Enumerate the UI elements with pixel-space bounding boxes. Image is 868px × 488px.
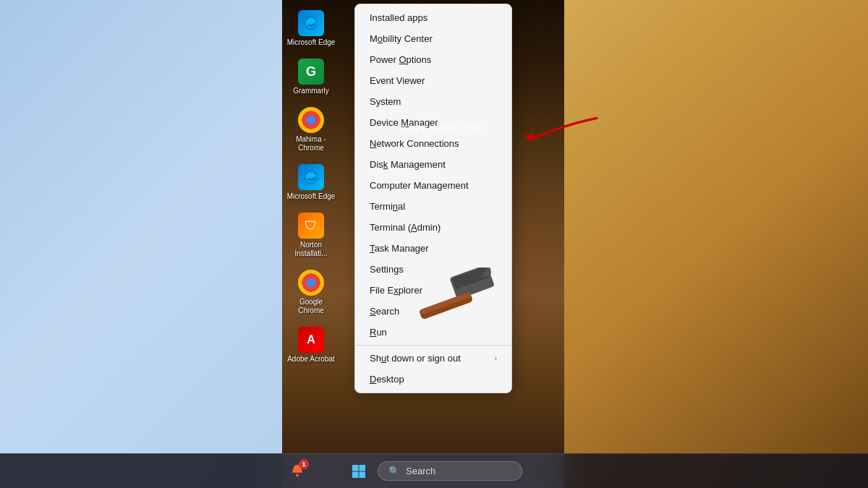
svg-rect-8 (352, 471, 359, 478)
taskbar-search-bar[interactable]: 🔍 Search (378, 461, 522, 481)
menu-item-disk-management[interactable]: Disk Management (355, 154, 511, 175)
desktop-icon-edge2[interactable]: Microsoft Edge (282, 161, 340, 204)
shutdown-chevron-icon: › (495, 354, 497, 362)
desktop-bg-left (0, 0, 282, 488)
menu-item-desktop[interactable]: Desktop (355, 369, 511, 390)
svg-rect-9 (359, 471, 366, 478)
windows-logo-icon (352, 464, 366, 479)
edge-icon-2 (298, 164, 324, 190)
edge-icon-1 (298, 10, 324, 36)
menu-item-system[interactable]: System (355, 91, 511, 112)
edge-icon-2-label: Microsoft Edge (287, 192, 336, 201)
acrobat-icon: A (298, 327, 324, 353)
mahima-chrome-icon (298, 107, 324, 133)
taskbar-search-icon: 🔍 (388, 466, 400, 476)
desktop-icon-norton[interactable]: 🛡 Norton Installati... (282, 210, 340, 261)
grammarly-icon-label: Grammarly (293, 87, 328, 95)
desktop-bg-right (564, 0, 868, 488)
menu-item-search[interactable]: Search (355, 301, 511, 322)
menu-item-shutdown[interactable]: Shut down or sign out › (355, 348, 511, 369)
taskbar-search-label: Search (406, 466, 435, 476)
context-menu: Installed apps Mobility Center Power Opt… (354, 4, 512, 393)
mahima-chrome-label: Mahima - Chrome (286, 135, 336, 153)
desktop-icon-grammarly[interactable]: G Grammarly (282, 56, 340, 98)
desktop-icon-mahima[interactable]: Mahima - Chrome (282, 104, 340, 155)
watermark: KAPILARYA.COM (401, 124, 483, 134)
desktop-icon-chrome[interactable]: Google Chrome (282, 267, 340, 318)
menu-item-terminal[interactable]: Terminal (355, 196, 511, 217)
acrobat-icon-label: Adobe Acrobat (287, 355, 335, 364)
notification-icon[interactable]: 1 (286, 459, 309, 482)
menu-item-terminal-admin[interactable]: Terminal (Admin) (355, 217, 511, 238)
menu-item-settings[interactable]: Settings (355, 259, 511, 280)
desktop-icons-area: Microsoft Edge G Grammarly Mahima - Chro… (282, 7, 340, 367)
menu-item-mobility-center[interactable]: Mobility Center (355, 28, 511, 49)
menu-item-file-explorer[interactable]: File Explorer (355, 280, 511, 301)
notification-badge: 1 (299, 459, 309, 469)
desktop-icon-acrobat[interactable]: A Adobe Acrobat (282, 324, 340, 367)
menu-item-task-manager[interactable]: Task Manager (355, 238, 511, 259)
chrome-icon (298, 270, 324, 296)
chrome-icon-label: Google Chrome (286, 298, 336, 315)
norton-icon: 🛡 (298, 213, 324, 239)
menu-item-network-connections[interactable]: Network Connections (355, 133, 511, 154)
svg-rect-6 (352, 465, 359, 471)
norton-icon-label: Norton Installati... (286, 241, 336, 258)
taskbar: 1 🔍 Search (0, 453, 868, 488)
notification-bell[interactable]: 1 (286, 459, 309, 482)
menu-item-computer-management[interactable]: Computer Management (355, 175, 511, 196)
svg-rect-7 (359, 465, 366, 471)
edge-icon-1-label: Microsoft Edge (287, 38, 336, 47)
menu-item-event-viewer[interactable]: Event Viewer (355, 70, 511, 91)
menu-item-power-options[interactable]: Power Options (355, 49, 511, 70)
menu-item-run[interactable]: Run (355, 322, 511, 343)
start-button[interactable] (346, 458, 372, 484)
menu-item-installed-apps[interactable]: Installed apps (355, 7, 511, 28)
menu-separator (355, 345, 511, 346)
svg-point-5 (296, 474, 299, 477)
grammarly-icon: G (298, 59, 324, 85)
desktop-icon-edge1[interactable]: Microsoft Edge (282, 7, 340, 50)
